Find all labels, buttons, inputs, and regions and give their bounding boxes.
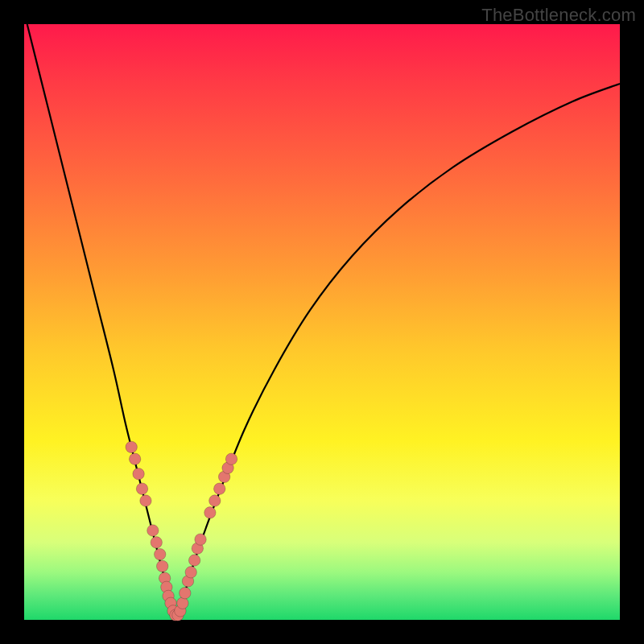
watermark-label: TheBottleneck.com <box>481 5 636 26</box>
plot-area <box>24 24 620 620</box>
marker-dot <box>147 525 159 536</box>
marker-dot <box>185 567 196 578</box>
curve-right-branch <box>176 84 620 617</box>
marker-dot <box>209 495 221 506</box>
marker-dot <box>129 453 140 464</box>
marker-dot <box>151 537 162 548</box>
marker-dot <box>195 534 206 545</box>
chart-frame: TheBottleneck.com <box>0 0 644 644</box>
marker-dot <box>136 483 147 494</box>
curve-markers <box>126 441 237 621</box>
marker-dot <box>214 483 225 494</box>
marker-dot <box>180 588 191 599</box>
curve-lines <box>27 24 620 617</box>
marker-dot <box>188 555 200 566</box>
marker-dot <box>204 507 216 518</box>
marker-dot <box>156 560 167 572</box>
chart-svg <box>24 24 620 620</box>
marker-dot <box>155 548 166 559</box>
marker-dot <box>177 597 188 609</box>
marker-dot <box>140 495 151 506</box>
marker-dot <box>126 441 137 452</box>
marker-dot <box>133 469 144 480</box>
marker-dot <box>225 453 237 464</box>
